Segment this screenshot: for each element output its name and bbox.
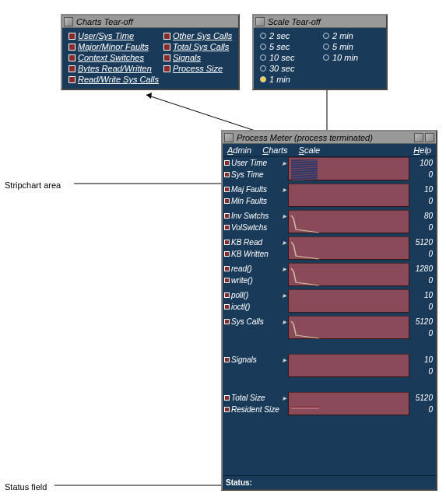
scale-option[interactable]: 2 min — [323, 31, 380, 40]
maximize-icon[interactable] — [425, 133, 434, 142]
charts-option[interactable]: Read/Write Sys Calls — [68, 75, 159, 84]
charts-tearoff-window: Charts Tear-off User/Sys TimeOther Sys C… — [61, 14, 240, 90]
chart-row-label[interactable]: KB Written — [223, 248, 280, 260]
charts-option[interactable]: Other Sys Calls — [163, 31, 232, 40]
process-meter-title: Process Meter (process terminated) — [237, 133, 373, 142]
chart-row-label[interactable] — [223, 327, 280, 339]
chart-row-label[interactable]: Sys Time — [223, 169, 280, 180]
expander-icon[interactable]: ▸ — [280, 289, 288, 301]
checkbox-icon — [224, 304, 230, 310]
scale-option[interactable]: 5 sec — [260, 42, 317, 51]
checkbox-icon — [224, 292, 230, 298]
radio-icon — [323, 54, 329, 61]
radio-icon — [260, 33, 266, 39]
scale-option[interactable]: 10 sec — [260, 53, 317, 62]
chart-pair: User Time▸100Sys Time0 — [223, 157, 436, 180]
scale-option[interactable]: 30 sec — [260, 64, 317, 73]
charts-option[interactable]: Major/Minor Faults — [68, 42, 159, 51]
menu-help[interactable]: Help — [413, 145, 431, 155]
chart-row-label[interactable]: Resident Size — [223, 404, 280, 415]
chart-row-label[interactable]: Min Faults — [223, 195, 280, 207]
stripchart — [288, 354, 409, 366]
chart-pair: Total Size▸5120Resident Size0 — [223, 392, 436, 415]
chart-value: 0 — [409, 222, 436, 233]
window-menu-icon[interactable] — [255, 17, 265, 26]
option-label: 30 sec — [269, 64, 294, 73]
chart-pair: read()▸1280write()0 — [223, 263, 436, 286]
expander-icon[interactable]: ▸ — [280, 210, 288, 222]
option-label: 2 min — [332, 31, 353, 40]
chart-row-label[interactable]: Total Size — [223, 392, 280, 404]
expander-icon[interactable]: ▸ — [280, 184, 288, 195]
row-label-text: poll() — [231, 291, 248, 299]
chart-row-label[interactable]: User Time — [223, 157, 280, 169]
svg-marker-3 — [146, 93, 152, 99]
expander-icon[interactable]: ▸ — [280, 157, 288, 169]
expander-icon[interactable]: ▸ — [280, 263, 288, 275]
chart-row-label[interactable]: write() — [223, 275, 280, 286]
chart-row-label[interactable]: read() — [223, 263, 280, 275]
checkbox-icon — [163, 65, 170, 72]
menu-scale[interactable]: Scale — [299, 145, 321, 155]
scale-tearoff-titlebar[interactable]: Scale Tear-off — [254, 16, 386, 28]
svg-line-7 — [291, 158, 318, 159]
charts-option[interactable]: Context Switches — [68, 53, 159, 62]
chart-value: 100 — [409, 157, 436, 169]
stripchart — [288, 327, 409, 339]
chart-row-label[interactable]: KB Read — [223, 236, 280, 248]
checkbox-icon — [163, 33, 170, 40]
row-label-text: write() — [231, 276, 253, 285]
radio-icon — [323, 44, 329, 50]
charts-option[interactable]: Signals — [163, 53, 232, 62]
option-label: 5 min — [332, 42, 353, 51]
stripchart — [288, 195, 409, 207]
chart-row-label[interactable]: VolSwtchs — [223, 222, 280, 233]
process-meter-window: Process Meter (process terminated) Admin… — [221, 130, 437, 491]
expander-icon[interactable]: ▸ — [280, 316, 288, 327]
scale-option[interactable]: 1 min — [260, 75, 317, 84]
window-menu-icon[interactable] — [64, 17, 73, 26]
chart-value: 5120 — [409, 236, 436, 248]
charts-option[interactable]: Bytes Read/Written — [68, 64, 159, 73]
row-label-text: KB Written — [231, 250, 269, 258]
charts-option[interactable]: User/Sys Time — [68, 31, 159, 40]
row-label-text: VolSwtchs — [231, 223, 267, 232]
checkbox-icon — [224, 266, 230, 271]
chart-row-label[interactable]: Signals — [223, 354, 280, 366]
chart-value: 80 — [409, 210, 436, 222]
process-meter-titlebar[interactable]: Process Meter (process terminated) — [223, 131, 436, 144]
chart-value: 0 — [409, 404, 436, 415]
expander-icon[interactable]: ▸ — [280, 354, 288, 366]
stripchart — [288, 301, 409, 313]
menu-admin[interactable]: Admin — [227, 145, 251, 155]
callout-stripchart: Stripchart area — [5, 180, 61, 190]
option-label: 1 min — [269, 75, 290, 84]
charts-tearoff-titlebar[interactable]: Charts Tear-off — [62, 16, 238, 28]
chart-row-label[interactable]: Sys Calls — [223, 316, 280, 327]
stripchart — [288, 157, 409, 169]
option-label: Major/Minor Faults — [78, 42, 149, 51]
chart-row-label[interactable]: poll() — [223, 289, 280, 301]
chart-pair: Maj Faults▸10Min Faults0 — [223, 184, 436, 207]
expander-icon[interactable]: ▸ — [280, 392, 288, 404]
chart-value: 0 — [409, 327, 436, 339]
menu-charts[interactable]: Charts — [262, 145, 287, 155]
checkbox-icon — [68, 76, 76, 83]
scale-option[interactable]: 5 min — [323, 42, 380, 51]
checkbox-icon — [68, 44, 76, 51]
scale-option[interactable]: 2 sec — [260, 31, 317, 40]
chart-pair: poll()▸10ioctl()0 — [223, 289, 436, 313]
chart-row-label[interactable] — [223, 366, 280, 377]
chart-row-label[interactable]: ioctl() — [223, 301, 280, 313]
charts-option[interactable]: Process Size — [163, 64, 232, 73]
chart-value: 10 — [409, 289, 436, 301]
expander-icon[interactable]: ▸ — [280, 236, 288, 248]
chart-row-label[interactable]: Inv Swtchs — [223, 210, 280, 222]
chart-row-label[interactable]: Maj Faults — [223, 184, 280, 195]
row-label-text: Total Size — [231, 394, 265, 402]
charts-option[interactable]: Total Sys Calls — [163, 42, 232, 51]
scale-option[interactable]: 10 min — [323, 53, 380, 62]
checkbox-icon — [68, 33, 76, 40]
window-menu-icon[interactable] — [224, 133, 234, 142]
minimize-icon[interactable] — [414, 133, 423, 142]
